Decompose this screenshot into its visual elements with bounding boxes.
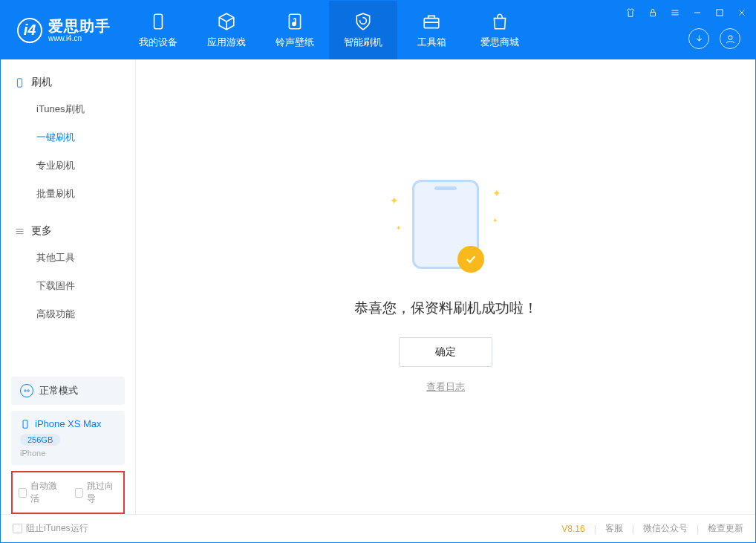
sidebar-heading-more: 更多 bbox=[1, 218, 135, 244]
sidebar-heading-flash: 刷机 bbox=[1, 70, 135, 95]
wechat-link[interactable]: 微信公众号 bbox=[643, 522, 688, 535]
mode-icon bbox=[20, 384, 33, 397]
device-capacity: 256GB bbox=[20, 434, 60, 446]
svg-point-2 bbox=[293, 22, 296, 25]
heading-label: 刷机 bbox=[31, 76, 52, 89]
sidebar: 刷机 iTunes刷机 一键刷机 专业刷机 批量刷机 更多 其他工具 下载固件 … bbox=[1, 59, 136, 514]
nav-label: 铃声壁纸 bbox=[276, 36, 314, 49]
device-box[interactable]: iPhone XS Max 256GB iPhone bbox=[11, 411, 125, 465]
svg-rect-7 bbox=[17, 78, 22, 86]
version-label: V8.16 bbox=[561, 524, 584, 534]
phone-illustration-icon bbox=[412, 180, 479, 269]
sidebar-item-other-tools[interactable]: 其他工具 bbox=[1, 244, 135, 272]
music-file-icon bbox=[285, 12, 304, 31]
toolbox-icon bbox=[422, 12, 441, 31]
svg-rect-6 bbox=[717, 10, 723, 16]
svg-rect-3 bbox=[424, 18, 439, 27]
heading-label: 更多 bbox=[31, 224, 52, 238]
nav-ringtones[interactable]: 铃声壁纸 bbox=[261, 1, 329, 59]
nav-store[interactable]: 爱思商城 bbox=[466, 1, 534, 59]
svg-rect-5 bbox=[651, 12, 656, 16]
phone-icon bbox=[20, 419, 30, 429]
user-button[interactable] bbox=[720, 28, 740, 49]
close-button[interactable] bbox=[734, 5, 749, 20]
sidebar-item-oneclick[interactable]: 一键刷机 bbox=[1, 123, 135, 152]
mode-label: 正常模式 bbox=[39, 384, 78, 397]
app-header: i4 爱思助手 www.i4.cn 我的设备 应用游戏 铃声壁纸 智能刷机 工具… bbox=[1, 1, 755, 59]
check-badge-icon bbox=[457, 246, 484, 273]
highlighted-options: 自动激活 跳过向导 bbox=[11, 471, 125, 514]
header-actions bbox=[688, 28, 740, 49]
nav-label: 工具箱 bbox=[417, 36, 446, 49]
status-bar: 阻止iTunes运行 V8.16 | 客服 | 微信公众号 | 检查更新 bbox=[1, 514, 755, 542]
mode-box[interactable]: 正常模式 bbox=[11, 377, 125, 405]
sparkle-icon: ✦ bbox=[396, 224, 402, 232]
bag-icon bbox=[490, 12, 509, 31]
shirt-icon[interactable] bbox=[623, 5, 638, 20]
device-type: iPhone bbox=[20, 449, 116, 458]
download-button[interactable] bbox=[688, 28, 709, 49]
ok-button[interactable]: 确定 bbox=[399, 337, 492, 367]
svg-point-9 bbox=[27, 390, 30, 392]
sidebar-item-itunes[interactable]: iTunes刷机 bbox=[1, 95, 135, 123]
skip-guide-checkbox[interactable]: 跳过向导 bbox=[75, 480, 118, 505]
sidebar-item-pro[interactable]: 专业刷机 bbox=[1, 152, 135, 180]
nav-label: 应用游戏 bbox=[207, 36, 246, 49]
minimize-button[interactable] bbox=[690, 5, 705, 20]
view-log-link[interactable]: 查看日志 bbox=[426, 380, 465, 394]
window-controls bbox=[623, 5, 749, 20]
block-itunes-checkbox[interactable]: 阻止iTunes运行 bbox=[13, 522, 88, 535]
sparkle-icon: ✦ bbox=[492, 217, 498, 224]
app-title: 爱思助手 bbox=[48, 18, 111, 34]
top-nav: 我的设备 应用游戏 铃声壁纸 智能刷机 工具箱 爱思商城 bbox=[124, 1, 534, 59]
maximize-button[interactable] bbox=[712, 5, 727, 20]
support-link[interactable]: 客服 bbox=[605, 522, 623, 535]
success-message: 恭喜您，保资料刷机成功啦！ bbox=[354, 299, 538, 318]
cube-icon bbox=[217, 12, 236, 31]
sidebar-item-batch[interactable]: 批量刷机 bbox=[1, 180, 135, 208]
nav-my-device[interactable]: 我的设备 bbox=[124, 1, 192, 59]
lock-icon[interactable] bbox=[645, 5, 660, 20]
svg-point-4 bbox=[729, 36, 732, 39]
menu-icon[interactable] bbox=[668, 5, 682, 20]
logo: i4 爱思助手 www.i4.cn bbox=[1, 18, 124, 43]
svg-rect-10 bbox=[23, 420, 27, 428]
check-update-link[interactable]: 检查更新 bbox=[708, 522, 743, 535]
sparkle-icon: ✦ bbox=[492, 187, 501, 199]
phone-icon bbox=[14, 77, 25, 88]
svg-rect-0 bbox=[154, 14, 163, 29]
logo-icon: i4 bbox=[17, 18, 42, 43]
auto-activate-checkbox[interactable]: 自动激活 bbox=[19, 480, 62, 505]
svg-rect-1 bbox=[289, 14, 300, 29]
nav-label: 爱思商城 bbox=[480, 36, 519, 49]
nav-apps-games[interactable]: 应用游戏 bbox=[192, 1, 261, 59]
success-illustration: ✦ ✦ ✦ ✦ bbox=[412, 180, 479, 269]
nav-label: 智能刷机 bbox=[344, 36, 382, 49]
nav-toolbox[interactable]: 工具箱 bbox=[397, 1, 466, 59]
main-content: ✦ ✦ ✦ ✦ 恭喜您，保资料刷机成功啦！ 确定 查看日志 bbox=[136, 59, 755, 514]
device-icon bbox=[149, 12, 168, 31]
app-subtitle: www.i4.cn bbox=[48, 34, 111, 42]
sparkle-icon: ✦ bbox=[390, 195, 399, 207]
nav-smart-flash[interactable]: 智能刷机 bbox=[329, 1, 397, 59]
shield-icon bbox=[353, 12, 373, 31]
svg-point-8 bbox=[25, 390, 27, 392]
nav-label: 我的设备 bbox=[139, 36, 177, 49]
sidebar-item-advanced[interactable]: 高级功能 bbox=[1, 300, 135, 328]
sidebar-item-download-fw[interactable]: 下载固件 bbox=[1, 272, 135, 300]
list-icon bbox=[14, 226, 25, 237]
device-name: iPhone XS Max bbox=[35, 418, 102, 429]
